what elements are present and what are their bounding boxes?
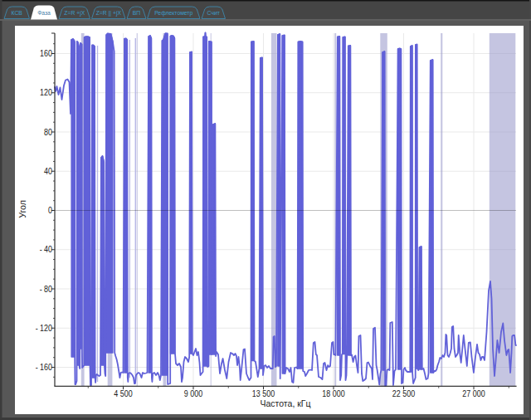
svg-text:160: 160: [40, 48, 52, 58]
svg-text:4 500: 4 500: [114, 388, 133, 398]
svg-text:Фаза: Фаза: [37, 8, 51, 17]
svg-text:Угол: Угол: [17, 200, 27, 218]
svg-text:9 000: 9 000: [184, 388, 203, 398]
svg-text:40: 40: [44, 166, 52, 176]
svg-text:13 500: 13 500: [252, 388, 275, 398]
svg-text:- 80: - 80: [40, 284, 53, 294]
svg-text:Счит: Счит: [207, 8, 221, 17]
svg-text:ВП: ВП: [133, 8, 140, 17]
svg-text:120: 120: [40, 88, 52, 98]
svg-text:Z=R || +jX: Z=R || +jX: [96, 8, 121, 17]
svg-text:22 500: 22 500: [392, 388, 416, 398]
svg-text:- 40: - 40: [40, 245, 53, 255]
svg-text:27 000: 27 000: [462, 388, 485, 398]
svg-text:КСВ: КСВ: [12, 8, 22, 17]
svg-text:Рефлектометр: Рефлектометр: [154, 8, 192, 17]
svg-text:80: 80: [44, 127, 52, 137]
svg-text:- 120: - 120: [36, 323, 53, 333]
svg-text:Частота, кГц: Частота, кГц: [260, 398, 310, 408]
svg-text:- 160: - 160: [36, 362, 53, 372]
svg-text:Z=R +jX: Z=R +jX: [64, 8, 85, 17]
svg-text:0: 0: [48, 205, 52, 215]
svg-text:18 000: 18 000: [322, 388, 345, 398]
